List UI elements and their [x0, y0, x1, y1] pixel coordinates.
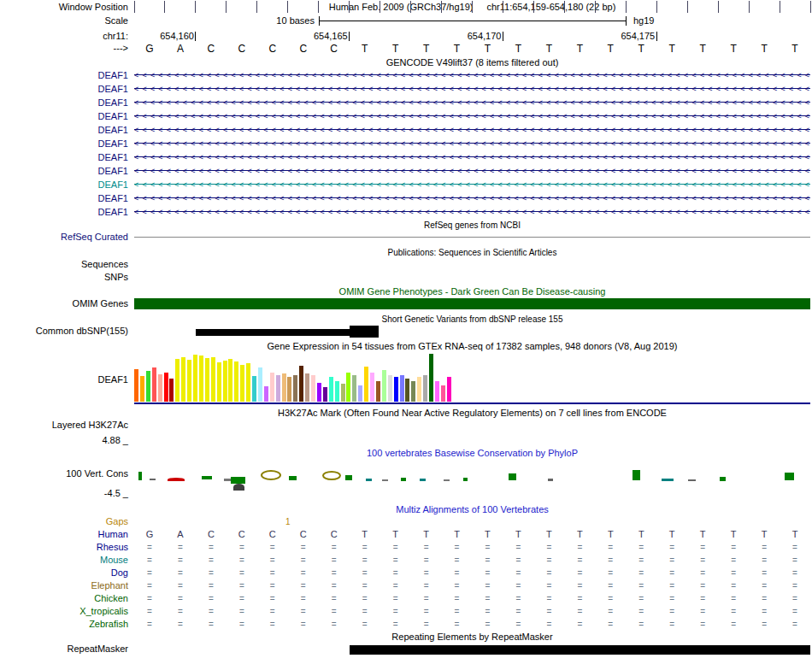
gencode-transcript-label[interactable]: DEAF1 — [0, 82, 128, 96]
gencode-transcript[interactable]: <<<<<<<<<<<<<<<<<<<<<<<<<<<<<<<<<<<<<<<<… — [134, 68, 810, 82]
base-letter[interactable]: T — [788, 43, 802, 55]
gencode-transcript[interactable]: <<<<<<<<<<<<<<<<<<<<<<<<<<<<<<<<<<<<<<<<… — [134, 178, 810, 191]
base-letter[interactable]: A — [174, 43, 187, 55]
gtex-expression-bar[interactable] — [228, 359, 232, 402]
gtex-expression-bar[interactable] — [223, 361, 227, 402]
gtex-expression-bar[interactable] — [305, 373, 309, 402]
gtex-expression-bar[interactable] — [329, 377, 333, 402]
gtex-expression-bar[interactable] — [152, 367, 156, 402]
gtex-expression-bar[interactable] — [270, 373, 274, 402]
repeatmasker-bar[interactable] — [350, 645, 810, 655]
base-letter[interactable]: T — [420, 43, 433, 55]
omim-genes-bar[interactable] — [134, 298, 810, 309]
gtex-expression-bar[interactable] — [240, 365, 244, 402]
gtex-expression-bar[interactable] — [341, 384, 345, 402]
base-letter[interactable]: T — [511, 43, 525, 55]
gencode-transcript-label[interactable]: DEAF1 — [0, 150, 128, 164]
multiz-species-label[interactable]: Elephant — [0, 579, 128, 592]
base-letter[interactable]: T — [727, 43, 740, 55]
gencode-transcript-label[interactable]: DEAF1 — [0, 68, 128, 82]
gtex-expression-bar[interactable] — [252, 376, 256, 402]
gtex-expression-bar[interactable] — [205, 358, 209, 402]
gtex-expression-bar[interactable] — [311, 375, 315, 402]
gtex-expression-bar[interactable] — [358, 385, 362, 402]
gtex-expression-bar[interactable] — [370, 373, 374, 402]
multiz-species-label[interactable]: Zebrafish — [0, 618, 128, 631]
base-letter[interactable]: T — [603, 43, 617, 55]
gtex-expression-bar[interactable] — [282, 373, 286, 402]
gtex-expression-bar[interactable] — [293, 375, 297, 402]
gtex-expression-bar[interactable] — [346, 373, 350, 402]
base-letter[interactable]: T — [480, 43, 494, 55]
base-letter[interactable]: G — [143, 43, 156, 55]
gtex-expression-bar[interactable] — [175, 359, 179, 402]
multiz-species-label[interactable]: X_tropicalis — [0, 605, 128, 618]
gtex-expression-bar[interactable] — [134, 369, 138, 402]
gtex-expression-bar[interactable] — [258, 367, 262, 402]
multiz-species-label[interactable]: Dog — [0, 567, 128, 579]
gencode-transcript[interactable]: <<<<<<<<<<<<<<<<<<<<<<<<<<<<<<<<<<<<<<<<… — [134, 191, 810, 205]
gtex-expression-bar[interactable] — [411, 381, 415, 402]
gtex-expression-bar[interactable] — [211, 357, 215, 402]
multiz-species-label[interactable]: Human — [0, 528, 128, 541]
gtex-expression-bar[interactable] — [246, 363, 250, 402]
gtex-expression-bar[interactable] — [264, 386, 268, 402]
gencode-transcript-label[interactable]: DEAF1 — [0, 109, 128, 123]
gtex-expression-bar[interactable] — [335, 381, 339, 402]
gtex-expression-bar[interactable] — [435, 381, 439, 402]
base-letter[interactable]: C — [266, 43, 279, 55]
gtex-expression-bar[interactable] — [158, 374, 162, 402]
base-letter[interactable]: C — [204, 43, 218, 55]
gtex-expression-bar[interactable] — [405, 379, 409, 402]
dbsnp-variant-bar[interactable] — [350, 326, 379, 338]
base-letter[interactable]: T — [573, 43, 586, 55]
gtex-expression-bar[interactable] — [382, 370, 386, 402]
gtex-expression-bar[interactable] — [169, 379, 174, 402]
base-letter[interactable]: C — [235, 43, 249, 55]
gencode-transcript-label[interactable]: DEAF1 — [0, 191, 128, 205]
gencode-transcript[interactable]: <<<<<<<<<<<<<<<<<<<<<<<<<<<<<<<<<<<<<<<<… — [134, 96, 810, 109]
base-letter[interactable]: T — [358, 43, 372, 55]
gencode-transcript-label[interactable]: DEAF1 — [0, 123, 128, 137]
gencode-transcript[interactable]: <<<<<<<<<<<<<<<<<<<<<<<<<<<<<<<<<<<<<<<<… — [134, 137, 810, 150]
gencode-transcript[interactable]: <<<<<<<<<<<<<<<<<<<<<<<<<<<<<<<<<<<<<<<<… — [134, 150, 810, 164]
base-letter[interactable]: C — [327, 43, 341, 55]
multiz-species-label[interactable]: Chicken — [0, 592, 128, 605]
base-letter[interactable]: T — [696, 43, 709, 55]
gtex-expression-bar[interactable] — [364, 367, 368, 402]
gencode-transcript-label[interactable]: DEAF1 — [0, 137, 128, 150]
gencode-transcript-label[interactable]: DEAF1 — [0, 164, 128, 178]
base-letter[interactable]: C — [297, 43, 310, 55]
base-letter[interactable]: T — [757, 43, 771, 55]
base-letter[interactable]: T — [634, 43, 648, 55]
base-letter[interactable]: T — [389, 43, 403, 55]
base-letter[interactable]: T — [665, 43, 679, 55]
gtex-expression-bar[interactable] — [146, 371, 150, 402]
gtex-expression-bar[interactable] — [317, 383, 321, 402]
gtex-expression-bar[interactable] — [447, 377, 451, 402]
gtex-expression-bar[interactable] — [441, 385, 445, 402]
gtex-expression-bar[interactable] — [187, 360, 191, 402]
gtex-expression-bar[interactable] — [352, 375, 356, 402]
gtex-expression-bar[interactable] — [140, 376, 144, 402]
multiz-species-label[interactable]: Rhesus — [0, 541, 128, 554]
gencode-transcript-label[interactable]: DEAF1 — [0, 178, 128, 191]
gtex-expression-bar[interactable] — [388, 375, 392, 402]
gtex-expression-bar[interactable] — [417, 377, 421, 402]
gtex-expression-bar[interactable] — [323, 387, 327, 402]
gtex-expression-bar[interactable] — [287, 377, 291, 402]
gtex-expression-bar[interactable] — [199, 356, 203, 402]
gtex-expression-bar[interactable] — [429, 354, 433, 402]
gtex-expression-bar[interactable] — [164, 373, 168, 402]
gtex-expression-bar[interactable] — [299, 366, 303, 402]
gencode-transcript[interactable]: <<<<<<<<<<<<<<<<<<<<<<<<<<<<<<<<<<<<<<<<… — [134, 82, 810, 96]
base-letter[interactable]: T — [450, 43, 464, 55]
gencode-transcript[interactable]: <<<<<<<<<<<<<<<<<<<<<<<<<<<<<<<<<<<<<<<<… — [134, 123, 810, 137]
gtex-expression-bar[interactable] — [234, 361, 238, 402]
gencode-transcript[interactable]: <<<<<<<<<<<<<<<<<<<<<<<<<<<<<<<<<<<<<<<<… — [134, 164, 810, 178]
gtex-expression-bar[interactable] — [376, 381, 380, 402]
gencode-transcript[interactable]: <<<<<<<<<<<<<<<<<<<<<<<<<<<<<<<<<<<<<<<<… — [134, 205, 810, 219]
base-letter[interactable]: T — [542, 43, 556, 55]
gtex-expression-bar[interactable] — [217, 362, 221, 402]
gencode-transcript-label[interactable]: DEAF1 — [0, 205, 128, 219]
